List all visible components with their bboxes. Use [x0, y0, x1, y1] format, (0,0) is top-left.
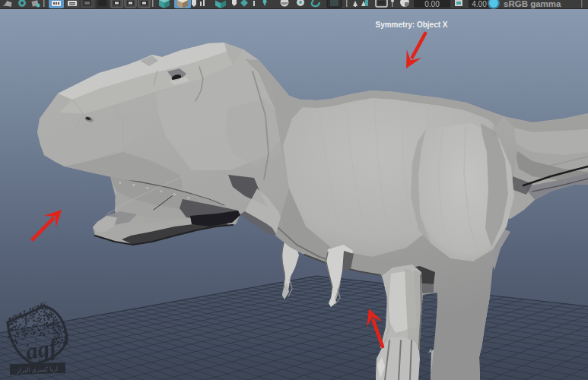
svg-text:آريا كسري البراز: آريا كسري البراز: [16, 365, 59, 374]
svg-text:Symmetry: Object X: Symmetry: Object X: [375, 21, 447, 29]
svg-text:sRGB gamma: sRGB gamma: [504, 0, 561, 8]
svg-text:0.00: 0.00: [424, 0, 440, 8]
svg-text:4.00: 4.00: [472, 0, 487, 8]
